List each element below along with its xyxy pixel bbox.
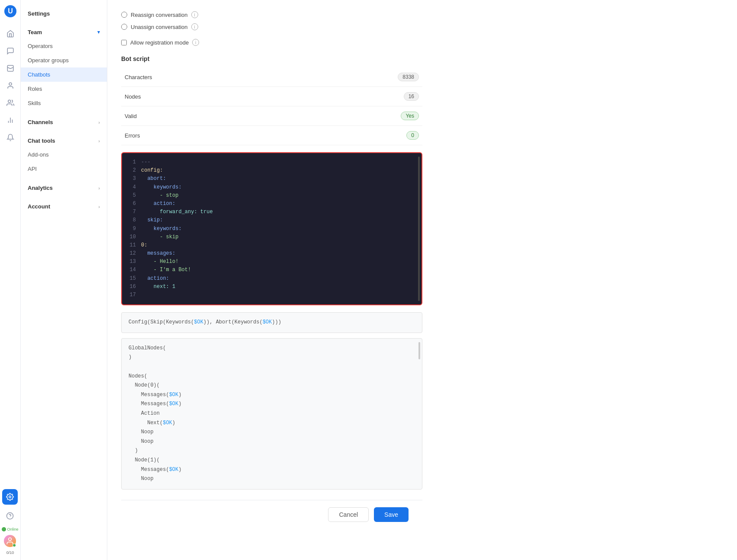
stat-row-nodes: Nodes 16 bbox=[121, 87, 422, 106]
action-bar: Cancel Save bbox=[121, 500, 422, 529]
app-logo[interactable]: U bbox=[4, 5, 16, 19]
sidebar-analytics-section[interactable]: Analytics › bbox=[21, 181, 107, 195]
parsed-nodes-block: GlobalNodes() Nodes( Node(0)( Messages($… bbox=[121, 338, 422, 490]
registration-info-icon[interactable]: i bbox=[192, 39, 199, 46]
reassign-label[interactable]: Reassign conversation bbox=[131, 12, 188, 18]
code-line-2: 2config: bbox=[127, 166, 416, 175]
nav-team[interactable] bbox=[3, 95, 18, 111]
code-line-7: 7 forward_any: true bbox=[127, 208, 416, 216]
sidebar-item-addons[interactable]: Add-ons bbox=[21, 147, 107, 162]
team-chevron-icon: ▾ bbox=[97, 29, 100, 35]
svg-point-3 bbox=[9, 83, 12, 85]
code-line-14: 14 - I'm a Bot! bbox=[127, 266, 416, 274]
stat-row-valid: Valid Yes bbox=[121, 106, 422, 126]
analytics-chevron-icon: › bbox=[98, 186, 100, 191]
main-content: Reassign conversation i Unassign convers… bbox=[107, 0, 737, 560]
bot-script-title: Bot script bbox=[121, 55, 422, 62]
code-line-1: 1--- bbox=[127, 158, 416, 166]
channels-chevron-icon: › bbox=[98, 120, 100, 125]
sidebar-item-skills[interactable]: Skills bbox=[21, 96, 107, 110]
code-line-15: 15 action: bbox=[127, 275, 416, 283]
stat-value-errors: 0 bbox=[406, 131, 419, 140]
svg-point-4 bbox=[8, 100, 10, 102]
parsed-config-line: Config(Skip(Keywords($OK)), Abort(Keywor… bbox=[121, 312, 422, 333]
sidebar-chat-tools-section[interactable]: Chat tools › bbox=[21, 134, 107, 147]
reassign-info-icon[interactable]: i bbox=[191, 11, 198, 18]
unassign-radio[interactable] bbox=[121, 24, 127, 30]
sidebar-team-section[interactable]: Team ▾ bbox=[21, 26, 107, 39]
svg-text:U: U bbox=[8, 7, 13, 15]
option-registration-row: Allow registration mode i bbox=[121, 36, 422, 48]
code-line-5: 5 - stop bbox=[127, 192, 416, 200]
code-line-6: 6 action: bbox=[127, 200, 416, 208]
nav-reports[interactable] bbox=[3, 112, 18, 128]
chat-tools-chevron-icon: › bbox=[98, 138, 100, 144]
stat-label-characters: Characters bbox=[121, 67, 287, 87]
code-line-3: 3 abort: bbox=[127, 175, 416, 183]
cancel-button[interactable]: Cancel bbox=[328, 507, 369, 522]
stat-row-characters: Characters 8338 bbox=[121, 67, 422, 87]
option-reassign-row: Reassign conversation i bbox=[121, 9, 422, 21]
nav-inbox[interactable] bbox=[3, 61, 18, 76]
nav-contacts[interactable] bbox=[3, 78, 18, 93]
user-avatar[interactable] bbox=[4, 535, 16, 547]
unassign-label[interactable]: Unassign conversation bbox=[131, 24, 188, 30]
team-label: Team bbox=[28, 29, 42, 35]
sidebar-account-section[interactable]: Account › bbox=[21, 200, 107, 213]
sidebar-item-roles[interactable]: Roles bbox=[21, 82, 107, 96]
sidebar-item-chatbots[interactable]: Chatbots bbox=[21, 67, 107, 82]
reassign-radio[interactable] bbox=[121, 12, 127, 18]
user-count: 0/10 bbox=[6, 550, 14, 555]
nav-help[interactable] bbox=[2, 508, 18, 524]
sidebar-item-operators[interactable]: Operators bbox=[21, 39, 107, 53]
nav-settings[interactable] bbox=[2, 489, 18, 505]
unassign-info-icon[interactable]: i bbox=[191, 23, 198, 30]
stats-table: Characters 8338 Nodes 16 Valid Yes Error… bbox=[121, 67, 422, 145]
nav-notifications[interactable] bbox=[3, 130, 18, 145]
status-online-label: Online bbox=[7, 527, 18, 531]
code-line-16: 16 next: 1 bbox=[127, 283, 416, 291]
stat-value-nodes: 16 bbox=[404, 92, 419, 101]
code-line-13: 13 - Hello! bbox=[127, 258, 416, 266]
svg-point-8 bbox=[9, 496, 11, 498]
stat-value-characters: 8338 bbox=[398, 73, 419, 81]
option-unassign-row: Unassign conversation i bbox=[121, 21, 422, 33]
code-line-11: 110: bbox=[127, 241, 416, 250]
code-line-12: 12 messages: bbox=[127, 250, 416, 258]
code-line-9: 9 keywords: bbox=[127, 225, 416, 233]
code-line-4: 4 keywords: bbox=[127, 183, 416, 192]
registration-checkbox[interactable] bbox=[121, 40, 127, 45]
registration-label[interactable]: Allow registration mode bbox=[130, 39, 189, 46]
code-line-17: 17 bbox=[127, 291, 416, 299]
sidebar-item-api[interactable]: API bbox=[21, 162, 107, 176]
icon-bar: U Online bbox=[0, 0, 21, 560]
nav-home[interactable] bbox=[3, 26, 18, 42]
save-button[interactable]: Save bbox=[374, 507, 409, 522]
stat-label-errors: Errors bbox=[121, 126, 287, 145]
stat-label-nodes: Nodes bbox=[121, 87, 287, 106]
account-chevron-icon: › bbox=[98, 204, 100, 209]
sidebar: Settings Team ▾ Operators Operator group… bbox=[21, 0, 107, 560]
stat-label-valid: Valid bbox=[121, 106, 287, 126]
code-scrollbar[interactable] bbox=[418, 157, 420, 301]
settings-title: Settings bbox=[21, 7, 107, 20]
code-editor[interactable]: 1--- 2config: 3 abort: 4 keywords: 5 - s… bbox=[121, 152, 422, 305]
sidebar-item-operator-groups[interactable]: Operator groups bbox=[21, 53, 107, 67]
code-line-8: 8 skip: bbox=[127, 216, 416, 224]
stat-value-valid: Yes bbox=[401, 112, 419, 120]
code-line-10: 10 - skip bbox=[127, 233, 416, 241]
svg-point-11 bbox=[9, 538, 12, 541]
sidebar-channels-section[interactable]: Channels › bbox=[21, 115, 107, 129]
nav-chat[interactable] bbox=[3, 43, 18, 59]
stat-row-errors: Errors 0 bbox=[121, 126, 422, 145]
